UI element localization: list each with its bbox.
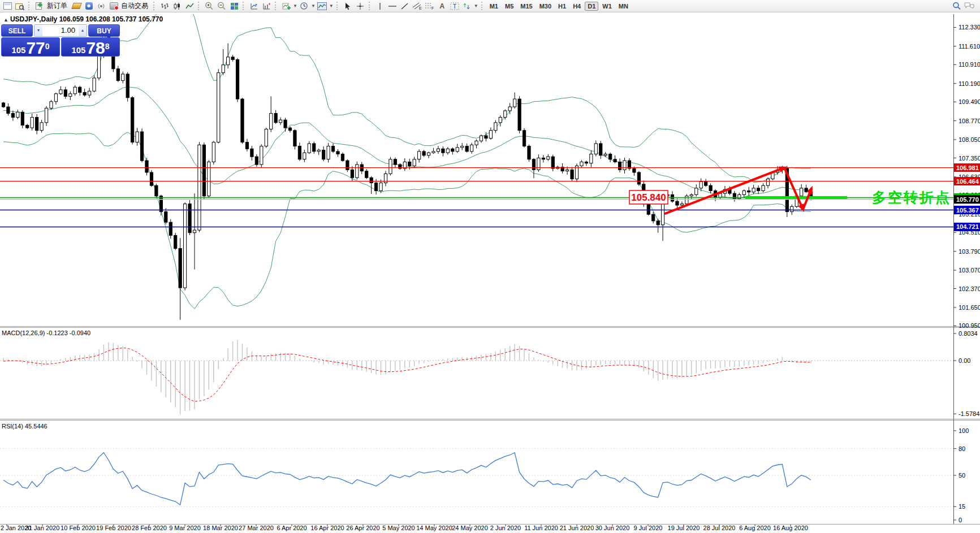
buy-price[interactable]: 105 78 8	[61, 37, 120, 57]
dropdown-caret-icon[interactable]: ▼	[311, 3, 316, 8]
candle	[451, 149, 454, 151]
tab-timeframe-m1[interactable]: M1	[487, 2, 501, 11]
mt4-terminal: 105.840多空转折点112.330111.610110.910110.190…	[0, 0, 980, 533]
chat-icon[interactable]	[964, 1, 975, 11]
community-icon[interactable]: ☻	[83, 1, 94, 11]
tab-timeframe-mn[interactable]: MN	[616, 2, 631, 11]
sell-button[interactable]: SELL	[1, 24, 33, 37]
toolbar: 新订单 ☻ 自动交易 ▼ ▼	[0, 0, 980, 12]
date-label: 6 Apr 2020	[277, 525, 306, 531]
toolbar-separator	[198, 2, 201, 10]
date-label: 26 Apr 2020	[346, 525, 379, 531]
trendline-icon[interactable]	[399, 1, 411, 11]
svg-text:107.350: 107.350	[959, 155, 980, 162]
cursor-icon[interactable]	[342, 1, 353, 11]
candle-chart-icon[interactable]	[171, 1, 183, 11]
vertical-line-icon[interactable]	[374, 1, 386, 11]
date-label: 28 Feb 2020	[132, 525, 167, 531]
date-axis[interactable]: 2 Jan 202031 Jan 202010 Feb 202019 Feb 2…	[1, 525, 808, 531]
horizontal-line-icon[interactable]	[387, 1, 398, 11]
volume-down-button[interactable]: ▼	[34, 25, 42, 36]
candle	[805, 188, 808, 192]
volume-up-button[interactable]: ▲	[79, 25, 87, 36]
candle	[193, 230, 196, 233]
candle	[742, 191, 745, 195]
candle	[336, 151, 339, 154]
candle	[604, 154, 607, 155]
candle	[480, 136, 482, 141]
zoom-out-icon[interactable]	[216, 1, 227, 11]
candle	[93, 78, 96, 91]
candle	[54, 94, 57, 102]
add-indicator-icon[interactable]	[280, 1, 292, 11]
autotrade-label[interactable]: 自动交易	[121, 1, 148, 11]
candle	[327, 146, 330, 159]
candle	[532, 159, 535, 170]
sell-price[interactable]: 105 77 0	[1, 37, 60, 57]
candle	[288, 128, 291, 131]
new-order-icon[interactable]	[34, 1, 45, 11]
date-label: 27 Mar 2020	[239, 525, 274, 531]
dropdown-caret-icon[interactable]: ▼	[293, 3, 297, 8]
signals-icon[interactable]	[96, 1, 107, 11]
period-icon[interactable]	[299, 1, 310, 11]
tab-timeframe-d1[interactable]: D1	[585, 2, 598, 11]
tab-timeframe-h4[interactable]: H4	[570, 2, 584, 11]
buy-button[interactable]: BUY	[88, 24, 120, 37]
volume-input[interactable]: 1.00	[42, 25, 79, 36]
label-icon[interactable]: T	[449, 1, 460, 11]
candle	[766, 179, 769, 186]
line-chart-icon[interactable]	[184, 1, 195, 11]
channel-icon[interactable]: E	[412, 1, 423, 11]
candle	[50, 102, 53, 109]
candle	[748, 191, 750, 192]
svg-text:110.910: 110.910	[959, 61, 980, 68]
candle	[26, 125, 29, 128]
profiles-icon[interactable]	[14, 1, 25, 11]
data-window-icon[interactable]	[248, 1, 260, 11]
tab-timeframe-m5[interactable]: M5	[502, 2, 516, 11]
date-label: 6 Aug 2020	[739, 525, 771, 531]
search-icon[interactable]	[951, 1, 962, 11]
fibonacci-icon[interactable]: F	[424, 1, 435, 11]
new-order-label[interactable]: 新订单	[47, 1, 67, 11]
date-label: 24 May 2020	[452, 525, 488, 531]
zoom-in-icon[interactable]	[204, 1, 215, 11]
text-icon[interactable]: A	[437, 1, 448, 11]
candle	[36, 118, 38, 131]
candle	[97, 54, 100, 78]
price-axis[interactable]: 112.330111.610110.910110.190109.490108.7…	[953, 24, 980, 523]
collapse-quotes-icon[interactable]: ▲	[3, 17, 8, 23]
toolbar-separator	[481, 2, 484, 10]
date-label: 19 Jul 2020	[668, 525, 700, 531]
turning-point-label: 多空转折点	[872, 189, 951, 205]
candle	[585, 162, 588, 163]
gold-icon[interactable]	[71, 1, 82, 11]
candle	[351, 170, 353, 177]
shapes-icon[interactable]	[461, 1, 473, 11]
new-chart-icon[interactable]	[2, 1, 13, 11]
svg-text:106.981: 106.981	[956, 164, 979, 171]
candle	[633, 168, 636, 172]
dropdown-caret-icon[interactable]: ▼	[329, 3, 334, 8]
template-icon[interactable]	[317, 1, 328, 11]
tab-timeframe-m30[interactable]: M30	[537, 2, 554, 11]
tab-timeframe-m15[interactable]: M15	[517, 2, 535, 11]
autotrade-icon[interactable]	[108, 1, 119, 11]
tab-timeframe-h1[interactable]: H1	[555, 2, 569, 11]
date-label: 28 Jul 2020	[703, 525, 736, 531]
crosshair-icon[interactable]	[355, 1, 366, 11]
tile-windows-icon[interactable]	[228, 1, 240, 11]
dropdown-caret-icon[interactable]: ▼	[474, 3, 478, 8]
one-click-trading-panel: SELL ▼ 1.00 ▲ BUY 105 77 0 105 78 8	[1, 24, 120, 57]
candle	[657, 221, 659, 225]
bar-chart-icon[interactable]	[159, 1, 170, 11]
candle	[594, 144, 597, 154]
candle	[680, 204, 683, 205]
price-chart[interactable]: 105.840多空转折点112.330111.610110.910110.190…	[0, 0, 980, 533]
navigator-icon[interactable]	[261, 1, 272, 11]
date-label: 16 Aug 2020	[773, 525, 808, 531]
candle	[265, 129, 267, 146]
candle	[705, 181, 707, 185]
tab-timeframe-w1[interactable]: W1	[599, 2, 615, 11]
